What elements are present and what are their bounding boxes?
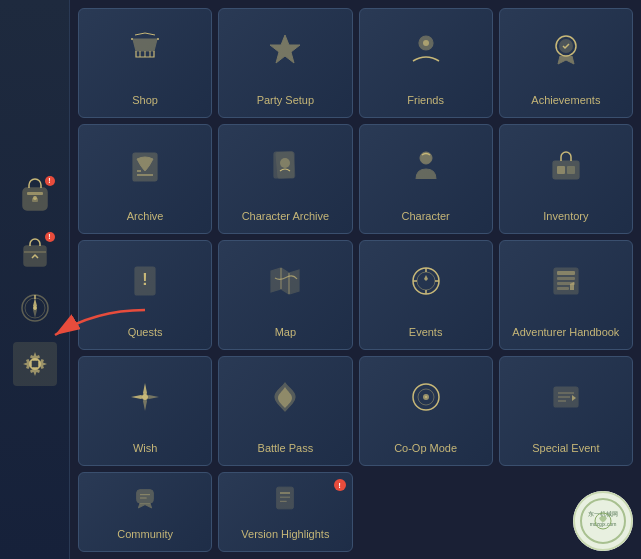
quests-icon: !: [79, 241, 211, 322]
community-menu-item[interactable]: Community: [78, 472, 212, 552]
map-label: Map: [271, 326, 300, 339]
friends-icon: [360, 9, 492, 90]
version-highlights-icon: [219, 473, 351, 524]
community-label: Community: [113, 528, 177, 541]
version-highlights-badge: !: [334, 479, 346, 491]
adventurer-handbook-icon: [500, 241, 632, 322]
watermark: 东一机械网 mdzgjx.com: [573, 491, 633, 551]
version-highlights-label: Version Highlights: [237, 528, 333, 541]
shop-label: Shop: [128, 94, 162, 107]
map-menu-item[interactable]: Map: [218, 240, 352, 350]
wish-label: Wish: [129, 442, 161, 455]
map-icon: [219, 241, 351, 322]
achievements-menu-item[interactable]: Achievements: [499, 8, 633, 118]
bag-sidebar-icon[interactable]: !: [13, 230, 57, 274]
character-archive-menu-item[interactable]: Character Archive: [218, 124, 352, 234]
co-op-icon: [360, 357, 492, 438]
battle-pass-label: Battle Pass: [254, 442, 318, 455]
quests-label: Quests: [124, 326, 167, 339]
archive-icon: [79, 125, 211, 206]
sidebar: ! !: [0, 0, 70, 559]
svg-point-48: [425, 396, 427, 398]
shop-icon: [79, 9, 211, 90]
party-setup-menu-item[interactable]: Party Setup: [218, 8, 352, 118]
character-icon: [360, 125, 492, 206]
svg-rect-28: [567, 166, 575, 174]
character-menu-item[interactable]: Character: [359, 124, 493, 234]
events-menu-item[interactable]: Events: [359, 240, 493, 350]
bag-badge: !: [45, 232, 55, 242]
svg-rect-27: [557, 166, 565, 174]
inventory-label: Inventory: [539, 210, 592, 223]
party-setup-label: Party Setup: [253, 94, 318, 107]
svg-point-8: [33, 306, 37, 310]
svg-rect-40: [557, 271, 575, 275]
adventurer-handbook-menu-item[interactable]: Adventurer Handbook: [499, 240, 633, 350]
version-highlights-menu-item[interactable]: ! Version Highlights: [218, 472, 352, 552]
friends-label: Friends: [403, 94, 448, 107]
battle-pass-icon: [219, 357, 351, 438]
battle-pass-menu-item[interactable]: Battle Pass: [218, 356, 352, 466]
svg-rect-43: [557, 287, 569, 290]
adventurer-handbook-label: Adventurer Handbook: [508, 326, 623, 339]
watermark-logo: 东一机械网 mdzgjx.com: [573, 491, 633, 551]
menu-grid-area: Shop Party Setup: [70, 0, 641, 559]
quests-menu-item[interactable]: ! Quests: [78, 240, 212, 350]
special-event-label: Special Event: [528, 442, 603, 455]
events-label: Events: [405, 326, 447, 339]
shop-menu-item[interactable]: Shop: [78, 8, 212, 118]
svg-rect-51: [137, 490, 154, 503]
friends-menu-item[interactable]: Friends: [359, 8, 493, 118]
character-archive-label: Character Archive: [238, 210, 333, 223]
inventory-icon: [500, 125, 632, 206]
backpack-sidebar-icon[interactable]: !: [13, 174, 57, 218]
svg-rect-26: [553, 161, 579, 179]
co-op-mode-menu-item[interactable]: Co-Op Mode: [359, 356, 493, 466]
wish-menu-item[interactable]: Wish: [78, 356, 212, 466]
achievements-label: Achievements: [527, 94, 604, 107]
community-icon: [79, 473, 211, 524]
co-op-label: Co-Op Mode: [390, 442, 461, 455]
menu-grid: Shop Party Setup: [78, 8, 633, 552]
svg-rect-41: [557, 277, 575, 280]
character-label: Character: [397, 210, 453, 223]
svg-rect-1: [27, 192, 43, 195]
archive-label: Archive: [123, 210, 168, 223]
compass-sidebar-icon[interactable]: [13, 286, 57, 330]
archive-menu-item[interactable]: Archive: [78, 124, 212, 234]
inventory-menu-item[interactable]: Inventory: [499, 124, 633, 234]
backpack-badge: !: [45, 176, 55, 186]
wish-icon: [79, 357, 211, 438]
achievements-icon: [500, 9, 632, 90]
svg-rect-54: [277, 488, 294, 510]
special-event-menu-item[interactable]: Special Event: [499, 356, 633, 466]
svg-point-44: [142, 394, 148, 400]
character-archive-icon: [219, 125, 351, 206]
svg-text:!: !: [142, 271, 147, 288]
svg-marker-14: [270, 35, 300, 63]
main-container: ! !: [0, 0, 641, 559]
settings-sidebar-icon[interactable]: [13, 342, 57, 386]
svg-point-24: [280, 158, 290, 168]
special-event-icon: [500, 357, 632, 438]
svg-rect-3: [32, 198, 38, 202]
svg-point-16: [423, 40, 429, 46]
party-setup-icon: [219, 9, 351, 90]
events-icon: [360, 241, 492, 322]
